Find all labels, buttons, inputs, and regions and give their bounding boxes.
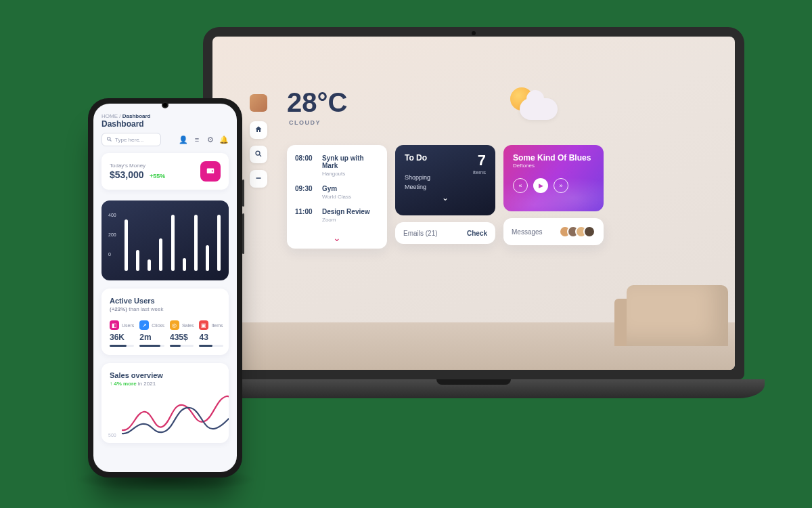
svg-rect-6 — [212, 170, 213, 171]
breadcrumb-home[interactable]: HOME — [102, 113, 118, 119]
stat-value: 43 — [199, 333, 223, 342]
schedule-card[interactable]: 08:00 Synk up with Mark Hangouts 09:30 G… — [287, 145, 387, 249]
money-delta: +55% — [150, 173, 165, 179]
todo-line: Meeting — [405, 183, 486, 192]
search-input[interactable]: Type here... — [102, 133, 161, 146]
schedule-expand[interactable]: ⌄ — [295, 231, 379, 245]
home-icon — [254, 125, 263, 135]
stat-fill — [199, 345, 212, 347]
svg-line-1 — [260, 154, 262, 156]
music-next-button[interactable]: » — [554, 178, 568, 193]
minimize-button[interactable] — [250, 170, 267, 188]
search-button[interactable] — [250, 146, 267, 163]
music-card[interactable]: Some Kind Of Blues Deftones « ▶ » — [503, 145, 604, 211]
stat-value: 2m — [139, 333, 164, 342]
users-icon: ◧ — [110, 320, 119, 330]
sales-icon: ◎ — [170, 320, 179, 330]
schedule-time: 11:00 — [295, 208, 315, 223]
media-column: Some Kind Of Blues Deftones « ▶ » Messag… — [503, 145, 604, 249]
schedule-title: Design Review — [322, 208, 379, 215]
stat-fill — [110, 345, 127, 347]
user-icon: 👤 — [179, 135, 188, 144]
schedule-title: Synk up with Mark — [322, 154, 379, 169]
money-icon-badge — [200, 161, 221, 182]
bell-icon: 🔔 — [219, 135, 229, 144]
schedule-item[interactable]: 08:00 Synk up with Mark Hangouts — [295, 154, 379, 177]
wallet-icon — [206, 166, 215, 177]
todo-card[interactable]: To Do 7 items Shopping Meeting ⌄ — [395, 145, 495, 215]
weather-temperature: 28°C — [287, 87, 347, 118]
play-icon: ▶ — [539, 182, 543, 189]
schedule-item[interactable]: 09:30 Gym World Class — [295, 185, 379, 200]
menu-button[interactable]: ≡ — [192, 135, 202, 144]
emails-check-link[interactable]: Check — [467, 230, 487, 237]
user-avatar[interactable] — [250, 94, 267, 112]
active-users-card: Active Users (+23%) than last week ◧User… — [102, 289, 229, 355]
svg-point-3 — [108, 137, 111, 140]
emails-label: Emails (21) — [403, 230, 438, 237]
y-tick: 200 — [108, 232, 116, 237]
music-title: Some Kind Of Blues — [513, 153, 594, 163]
chart-bar — [183, 258, 186, 271]
sales-title: Sales overview — [110, 371, 221, 379]
active-users-subtitle-rest: than last week — [127, 306, 163, 312]
wallpaper-sofa — [627, 285, 728, 346]
sales-line-chart — [122, 393, 229, 440]
active-users-subtitle: (+23%) than last week — [110, 306, 221, 312]
chart-bar — [206, 245, 209, 271]
schedule-sub: World Class — [322, 194, 379, 200]
chart-bar — [194, 215, 198, 271]
schedule-title: Gym — [322, 185, 379, 192]
phone-side-button — [242, 179, 244, 207]
home-button[interactable] — [250, 121, 267, 139]
stat-name: Items — [211, 323, 223, 328]
laptop-bezel: 28°C CLOUDY 08:00 Synk up with Mark Hang… — [203, 27, 744, 379]
search-icon — [106, 136, 112, 144]
schedule-time: 09:30 — [295, 185, 315, 200]
messages-card[interactable]: Messages — [503, 218, 604, 245]
mini-sidebar — [250, 121, 267, 188]
chart-bar — [148, 259, 151, 271]
chart-bar — [171, 215, 175, 271]
stat-value: 435$ — [170, 333, 194, 342]
todo-expand[interactable]: ⌄ — [405, 193, 486, 203]
todo-count: 7 — [478, 152, 486, 169]
chart-bar — [159, 238, 162, 271]
phone-camera — [162, 102, 168, 108]
menu-icon: ≡ — [195, 135, 199, 144]
schedule-item[interactable]: 11:00 Design Review Zoom — [295, 208, 379, 223]
cloud-icon — [520, 98, 558, 120]
minus-icon — [254, 174, 263, 184]
prev-icon: « — [518, 182, 522, 189]
gear-icon: ⚙ — [207, 135, 214, 144]
money-label: Today's Money — [110, 163, 165, 169]
weather-description: CLOUDY — [289, 119, 321, 126]
chart-bar — [217, 215, 221, 271]
phone-device: HOME / Dashboard Dashboard Type here... … — [88, 98, 242, 478]
chart-bar — [125, 219, 128, 271]
stat-name: Clicks — [152, 323, 164, 328]
bar-chart-card: 400 200 0 — [102, 200, 229, 280]
sales-y-axis: 500 — [108, 433, 116, 438]
stat-clicks: ↗Clicks 2m — [139, 320, 164, 347]
notifications-button[interactable]: 🔔 — [219, 135, 229, 144]
svg-line-4 — [110, 140, 112, 141]
active-users-title: Active Users — [110, 297, 221, 305]
header-row: Type here... 👤 ≡ ⚙ 🔔 — [93, 129, 237, 153]
stat-name: Sales — [182, 323, 194, 328]
next-icon: » — [559, 182, 562, 189]
music-play-button[interactable]: ▶ — [533, 178, 548, 193]
stat-sales: ◎Sales 435$ — [170, 320, 194, 347]
chevron-down-icon: ⌄ — [442, 193, 449, 203]
stat-fill — [139, 345, 160, 347]
y-tick: 0 — [108, 252, 116, 257]
account-button[interactable]: 👤 — [179, 135, 188, 144]
settings-button[interactable]: ⚙ — [206, 135, 215, 144]
emails-card[interactable]: Emails (21) Check — [395, 222, 495, 244]
music-prev-button[interactable]: « — [513, 178, 528, 193]
money-card[interactable]: Today's Money $53,000 +55% — [102, 153, 229, 190]
stats-row: ◧Users 36K ↗Clicks 2m ◎Sales 435$ ▣Items… — [110, 320, 221, 347]
sales-subtitle: ↑ 4% more in 2021 — [110, 381, 221, 387]
clicks-icon: ↗ — [139, 320, 149, 330]
phone-screen: HOME / Dashboard Dashboard Type here... … — [93, 104, 237, 472]
